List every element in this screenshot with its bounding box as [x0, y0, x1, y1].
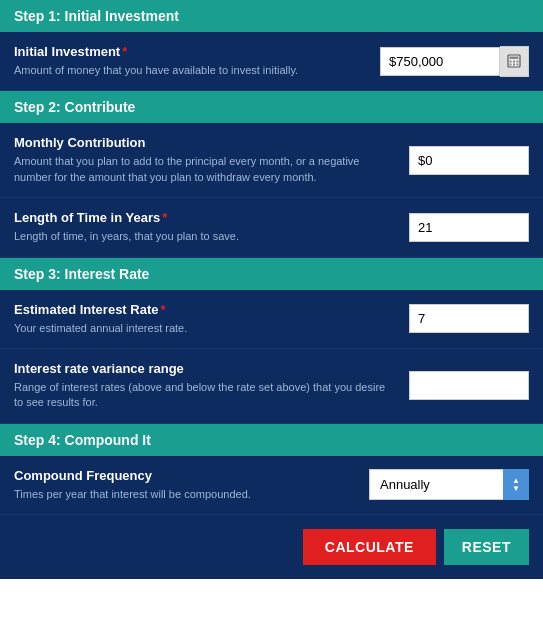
- step4-header: Step 4: Compound It: [0, 424, 543, 456]
- compound-frequency-input-wrapper: Annually Semi-Annually Quarterly Monthly…: [369, 469, 529, 500]
- variance-range-row: Interest rate variance range Range of in…: [0, 349, 543, 424]
- variance-range-info: Interest rate variance range Range of in…: [14, 361, 409, 411]
- calculator-icon[interactable]: [500, 46, 529, 77]
- step2-header-text: Step 2: Contribute: [14, 99, 135, 115]
- interest-rate-label: Estimated Interest Rate*: [14, 302, 393, 317]
- length-of-time-desc: Length of time, in years, that you plan …: [14, 229, 393, 244]
- interest-rate-field[interactable]: [409, 304, 529, 333]
- monthly-contribution-field[interactable]: [409, 146, 529, 175]
- step1-header-text: Step 1: Initial Investment: [14, 8, 179, 24]
- required-marker-3: *: [161, 302, 166, 317]
- variance-range-desc: Range of interest rates (above and below…: [14, 380, 393, 411]
- svg-rect-7: [517, 64, 519, 66]
- compound-frequency-label: Compound Frequency: [14, 468, 353, 483]
- initial-investment-row: Initial Investment* Amount of money that…: [0, 32, 543, 91]
- initial-investment-field[interactable]: [380, 47, 500, 76]
- reset-button[interactable]: RESET: [444, 529, 529, 565]
- length-of-time-label: Length of Time in Years*: [14, 210, 393, 225]
- length-of-time-field[interactable]: [409, 213, 529, 242]
- interest-rate-info: Estimated Interest Rate* Your estimated …: [14, 302, 409, 336]
- step1-header: Step 1: Initial Investment: [0, 0, 543, 32]
- initial-investment-label: Initial Investment*: [14, 44, 364, 59]
- svg-rect-1: [510, 57, 519, 60]
- initial-investment-input-wrapper: [380, 46, 529, 77]
- compound-frequency-info: Compound Frequency Times per year that i…: [14, 468, 369, 502]
- compound-frequency-desc: Times per year that interest will be com…: [14, 487, 353, 502]
- svg-rect-5: [510, 64, 512, 66]
- step2-header: Step 2: Contribute: [0, 91, 543, 123]
- monthly-contribution-row: Monthly Contribution Amount that you pla…: [0, 123, 543, 198]
- step3-header: Step 3: Interest Rate: [0, 258, 543, 290]
- variance-range-label: Interest rate variance range: [14, 361, 393, 376]
- svg-rect-6: [513, 64, 515, 66]
- required-marker-2: *: [162, 210, 167, 225]
- compound-frequency-select-wrapper: Annually Semi-Annually Quarterly Monthly…: [369, 469, 529, 500]
- length-of-time-info: Length of Time in Years* Length of time,…: [14, 210, 409, 244]
- required-marker: *: [122, 44, 127, 59]
- length-of-time-row: Length of Time in Years* Length of time,…: [0, 198, 543, 257]
- monthly-contribution-label: Monthly Contribution: [14, 135, 393, 150]
- monthly-contribution-desc: Amount that you plan to add to the princ…: [14, 154, 393, 185]
- interest-rate-row: Estimated Interest Rate* Your estimated …: [0, 290, 543, 349]
- svg-rect-2: [510, 61, 512, 63]
- variance-range-field[interactable]: [409, 371, 529, 400]
- interest-rate-input-wrapper: [409, 304, 529, 333]
- initial-investment-desc: Amount of money that you have available …: [14, 63, 364, 78]
- svg-rect-3: [513, 61, 515, 63]
- step3-header-text: Step 3: Interest Rate: [14, 266, 149, 282]
- length-of-time-input-wrapper: [409, 213, 529, 242]
- svg-rect-4: [517, 61, 519, 63]
- variance-range-input-wrapper: [409, 371, 529, 400]
- compound-frequency-select[interactable]: Annually Semi-Annually Quarterly Monthly…: [369, 469, 529, 500]
- step4-header-text: Step 4: Compound It: [14, 432, 151, 448]
- monthly-contribution-input-wrapper: [409, 146, 529, 175]
- footer-row: CALCULATE RESET: [0, 515, 543, 579]
- monthly-contribution-info: Monthly Contribution Amount that you pla…: [14, 135, 409, 185]
- initial-investment-info: Initial Investment* Amount of money that…: [14, 44, 380, 78]
- calculate-button[interactable]: CALCULATE: [303, 529, 436, 565]
- compound-frequency-row: Compound Frequency Times per year that i…: [0, 456, 543, 515]
- interest-rate-desc: Your estimated annual interest rate.: [14, 321, 393, 336]
